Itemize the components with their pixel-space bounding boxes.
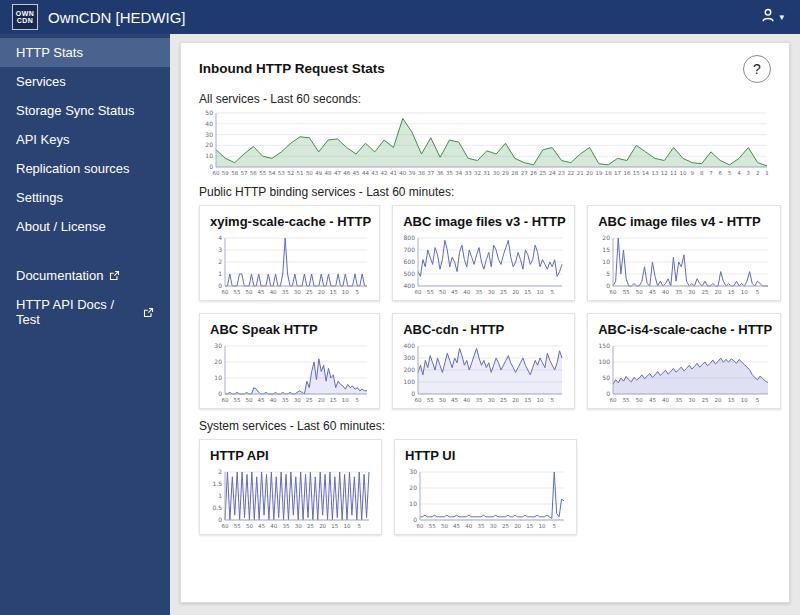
- svg-text:35: 35: [478, 523, 485, 529]
- svg-text:5: 5: [357, 523, 361, 529]
- chart-title-xyimg-scale-cache: xyimg-scale-cache - HTTP: [210, 214, 371, 229]
- svg-text:25: 25: [306, 289, 313, 295]
- svg-text:40: 40: [662, 397, 669, 403]
- svg-text:30: 30: [214, 343, 222, 349]
- svg-text:2: 2: [218, 469, 222, 475]
- svg-text:12: 12: [661, 170, 668, 176]
- svg-text:60: 60: [222, 289, 229, 295]
- svg-text:37: 37: [427, 170, 434, 176]
- svg-text:10: 10: [214, 374, 222, 381]
- svg-text:58: 58: [231, 170, 238, 176]
- svg-text:55: 55: [259, 170, 266, 176]
- svg-text:10: 10: [539, 523, 546, 529]
- svg-text:100: 100: [404, 378, 416, 385]
- external-link-icon: [143, 307, 154, 318]
- sidebar-item-services[interactable]: Services: [0, 67, 170, 96]
- service-chart-card: ABC-is4-scale-cache - HTTP 0501001506055…: [587, 313, 781, 409]
- sidebar-link-http-api-docs[interactable]: HTTP API Docs / Test: [0, 290, 170, 334]
- help-button[interactable]: ?: [743, 55, 771, 83]
- svg-text:21: 21: [577, 170, 584, 176]
- svg-text:10: 10: [205, 152, 213, 159]
- svg-text:43: 43: [371, 170, 378, 176]
- svg-text:44: 44: [362, 170, 369, 176]
- user-menu-button[interactable]: ▾: [755, 5, 788, 30]
- svg-text:20: 20: [512, 289, 519, 295]
- svg-text:1: 1: [765, 170, 769, 176]
- svg-text:20: 20: [318, 289, 325, 295]
- svg-text:10: 10: [409, 500, 417, 507]
- svg-text:46: 46: [343, 170, 350, 176]
- sidebar-item-settings[interactable]: Settings: [0, 183, 170, 212]
- svg-text:15: 15: [330, 289, 337, 295]
- svg-text:60: 60: [222, 397, 229, 403]
- svg-text:10: 10: [741, 289, 748, 295]
- svg-text:50: 50: [439, 289, 446, 295]
- svg-text:3: 3: [747, 170, 751, 176]
- svg-text:50: 50: [441, 523, 448, 529]
- svg-text:50: 50: [636, 397, 643, 403]
- sidebar-item-replication-sources[interactable]: Replication sources: [0, 154, 170, 183]
- svg-text:41: 41: [390, 170, 397, 176]
- service-chart-card: xyimg-scale-cache - HTTP 012346055504540…: [199, 205, 380, 301]
- chart-title-http-ui: HTTP UI: [405, 448, 568, 463]
- svg-text:34: 34: [455, 170, 462, 176]
- chart-title-abc-speak: ABC Speak HTTP: [210, 322, 371, 337]
- service-chart: 0510152060555045403530252015105: [596, 235, 772, 295]
- svg-text:45: 45: [451, 289, 458, 295]
- svg-text:30: 30: [409, 469, 417, 475]
- svg-text:4: 4: [218, 235, 222, 241]
- svg-text:24: 24: [549, 170, 556, 176]
- chart-title-http-api: HTTP API: [210, 448, 373, 463]
- svg-text:400: 400: [404, 282, 416, 289]
- svg-text:11: 11: [670, 170, 677, 176]
- sidebar-item-storage-sync-status[interactable]: Storage Sync Status: [0, 96, 170, 125]
- svg-text:35: 35: [282, 397, 289, 403]
- sidebar-item-about-license[interactable]: About / License: [0, 212, 170, 241]
- svg-text:30: 30: [688, 397, 695, 403]
- svg-text:20: 20: [318, 397, 325, 403]
- logo-line2: CDN: [17, 17, 34, 24]
- svg-text:15: 15: [524, 289, 531, 295]
- svg-text:0.5: 0.5: [212, 504, 222, 511]
- svg-text:40: 40: [270, 397, 277, 403]
- sidebar-item-api-keys[interactable]: API Keys: [0, 125, 170, 154]
- svg-text:45: 45: [353, 170, 360, 176]
- svg-text:55: 55: [427, 289, 434, 295]
- service-chart: 00.511.5260555045403530252015105: [208, 469, 373, 529]
- svg-text:1: 1: [218, 492, 222, 499]
- svg-text:26: 26: [530, 170, 537, 176]
- app-logo: OWN CDN: [12, 4, 38, 30]
- svg-text:60: 60: [417, 523, 424, 529]
- svg-text:55: 55: [234, 523, 241, 529]
- svg-text:30: 30: [488, 397, 495, 403]
- svg-text:25: 25: [539, 170, 546, 176]
- service-chart: 05010015060555045403530252015105: [596, 343, 772, 403]
- svg-text:1.5: 1.5: [212, 480, 222, 487]
- svg-text:5: 5: [728, 170, 732, 176]
- svg-text:30: 30: [490, 523, 497, 529]
- service-chart-card: ABC Speak HTTP 0102030605550454035302520…: [199, 313, 380, 409]
- svg-text:25: 25: [500, 397, 507, 403]
- svg-text:59: 59: [222, 170, 229, 176]
- stats-card: Inbound HTTP Request Stats ? All service…: [180, 42, 790, 603]
- svg-text:45: 45: [451, 397, 458, 403]
- svg-text:5: 5: [756, 397, 760, 403]
- svg-text:55: 55: [429, 523, 436, 529]
- svg-text:15: 15: [330, 397, 337, 403]
- svg-text:50: 50: [602, 374, 610, 381]
- svg-text:20: 20: [715, 397, 722, 403]
- svg-text:45: 45: [258, 397, 265, 403]
- external-link-icon: [109, 270, 120, 281]
- sidebar-link-documentation[interactable]: Documentation: [0, 261, 170, 290]
- svg-text:300: 300: [404, 354, 416, 361]
- logo-line1: OWN: [16, 10, 35, 17]
- svg-text:52: 52: [287, 170, 294, 176]
- svg-text:45: 45: [453, 523, 460, 529]
- svg-text:10: 10: [342, 397, 349, 403]
- svg-text:30: 30: [294, 397, 301, 403]
- svg-text:55: 55: [234, 397, 241, 403]
- svg-text:800: 800: [404, 235, 416, 241]
- sidebar-item-http-stats[interactable]: HTTP Stats: [0, 38, 170, 67]
- svg-text:35: 35: [283, 523, 290, 529]
- svg-text:60: 60: [610, 289, 617, 295]
